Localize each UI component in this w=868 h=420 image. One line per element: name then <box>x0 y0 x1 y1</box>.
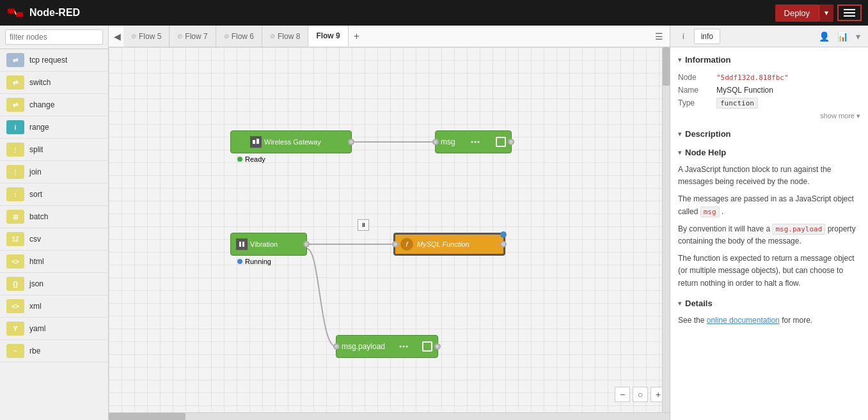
sidebar-item-batch[interactable]: ⊞ batch <box>0 206 108 228</box>
inline-code-payload: msg.payload <box>772 224 825 235</box>
node-help-section-header[interactable]: ▾ Node Help <box>678 148 860 157</box>
node-label-batch: batch <box>29 212 48 221</box>
panel-tab-info[interactable]: info <box>694 29 720 44</box>
panel-chevron-icon[interactable]: ▾ <box>853 30 863 43</box>
node-icon-tcp request: ⇄ <box>6 53 24 67</box>
node-label-csv: csv <box>29 235 41 244</box>
msg-payload-node[interactable]: msg.payload <box>336 335 438 358</box>
details-section-header[interactable]: ▾ Details <box>678 299 860 308</box>
type-value: function <box>716 98 758 109</box>
svg-point-7 <box>478 141 480 143</box>
deploy-dropdown-button[interactable]: ▾ <box>819 4 833 22</box>
mysql-function-node[interactable]: f MySQL Function <box>393 233 505 256</box>
wireless-gateway-node[interactable]: ⏸ Wireless Gateway Ready <box>230 130 352 153</box>
msg-node[interactable]: msg <box>435 130 512 153</box>
search-input[interactable] <box>5 29 103 45</box>
mysql-input-port[interactable] <box>392 241 398 247</box>
node-icon-rbe: ~ <box>6 344 24 358</box>
node-label-yaml: yaml <box>29 324 45 333</box>
wireless-gateway-label: Wireless Gateway <box>264 138 346 146</box>
msg-payload-toggle[interactable] <box>422 341 432 352</box>
canvas-vscroll-thumb <box>663 47 670 86</box>
node-id-value[interactable]: "5ddf132d.818fbc" <box>716 74 789 82</box>
sidebar-item-switch[interactable]: ⇄ switch <box>0 72 108 94</box>
sidebar-item-rbe[interactable]: ~ rbe <box>0 340 108 362</box>
panel-content: ▾ Information Node "5ddf132d.818fbc" Nam… <box>670 47 868 420</box>
sidebar-item-range[interactable]: i range <box>0 116 108 139</box>
chevron-icon: ▾ <box>678 56 681 63</box>
mysql-output-port[interactable] <box>500 241 507 247</box>
sidebar-item-join[interactable]: ⋮ join <box>0 161 108 183</box>
tab-menu-button[interactable]: ☰ <box>651 31 667 42</box>
tab-flow8[interactable]: ⊘ Flow 8 <box>262 26 308 47</box>
deploy-button[interactable]: Deploy <box>775 4 819 22</box>
node-icon-html: <> <box>6 254 24 268</box>
svg-rect-4 <box>256 139 259 144</box>
canvas-horizontal-scrollbar[interactable] <box>109 412 670 420</box>
show-more-link[interactable]: show more ▾ <box>678 112 860 120</box>
information-section-header[interactable]: ▾ Information <box>678 55 860 65</box>
svg-rect-8 <box>239 242 241 247</box>
main-layout: ⇄ tcp request ⇄ switch ⇄ change i range … <box>0 26 868 420</box>
main-menu-button[interactable] <box>837 4 862 21</box>
msg-output-port[interactable] <box>508 139 514 145</box>
chevron-icon: ▾ <box>678 149 681 156</box>
sidebar-item-change[interactable]: ⇄ change <box>0 94 108 116</box>
mysql-function-label: MySQL Function <box>417 240 470 248</box>
search-container <box>0 26 108 49</box>
panel-person-icon[interactable]: 👤 <box>816 30 832 43</box>
vibration-label: Vibration <box>250 240 301 248</box>
msg-payload-output-port[interactable] <box>434 343 441 350</box>
zoom-reset-button[interactable]: ○ <box>633 387 648 402</box>
sidebar-item-html[interactable]: <> html <box>0 251 108 273</box>
sidebar-item-tcp-request[interactable]: ⇄ tcp request <box>0 49 108 72</box>
pause-button[interactable]: ⏸ <box>358 219 369 231</box>
vibration-output-port[interactable] <box>303 241 310 247</box>
node-label-json: json <box>29 279 43 288</box>
svg-line-2 <box>15 11 16 15</box>
node-inner: msg <box>436 137 511 147</box>
msg-input-port[interactable] <box>432 139 439 145</box>
node-icon-json: {} <box>6 277 24 291</box>
msg-output-toggle[interactable] <box>496 137 506 147</box>
online-docs-link[interactable]: online documentation <box>707 316 780 325</box>
description-section-header[interactable]: ▾ Description <box>678 129 860 139</box>
zoom-out-button[interactable]: − <box>615 387 630 402</box>
canvas-hscroll-thumb <box>109 413 185 420</box>
node-label-html: html <box>29 257 44 266</box>
tab-flow9[interactable]: Flow 9 <box>308 26 348 47</box>
app-header: Node-RED Deploy ▾ <box>0 0 868 26</box>
node-inner: Vibration <box>231 238 306 250</box>
sidebar-item-sort[interactable]: ↕ sort <box>0 183 108 206</box>
wireless-gateway-output-port[interactable] <box>348 139 354 145</box>
flow-canvas[interactable]: ⏸ Wireless Gateway Ready <box>109 47 670 412</box>
msg-payload-label: msg.payload <box>342 342 385 351</box>
node-label-split: split <box>29 145 43 154</box>
tab-add-button[interactable]: + <box>349 31 365 42</box>
sidebar-item-split[interactable]: ⋮ split <box>0 139 108 161</box>
canvas-vertical-scrollbar[interactable] <box>662 47 670 412</box>
name-value: MySQL Function <box>716 84 860 97</box>
sidebar-item-csv[interactable]: 12 csv <box>0 228 108 251</box>
tab-scroll-left[interactable]: ◀ <box>111 31 123 42</box>
node-icon-split: ⋮ <box>6 143 24 157</box>
information-table: Node "5ddf132d.818fbc" Name MySQL Functi… <box>678 71 860 109</box>
msg-label: msg <box>441 137 455 146</box>
tab-flow5[interactable]: ⊘ Flow 5 <box>123 26 170 47</box>
status-indicator <box>237 259 242 264</box>
msg-payload-input-port[interactable] <box>333 343 340 350</box>
tab-flow6[interactable]: ⊘ Flow 6 <box>216 26 262 47</box>
tab-close-icon: ⊘ <box>224 33 229 40</box>
info-row-name: Name MySQL Function <box>678 84 860 97</box>
panel-chart-icon[interactable]: 📊 <box>835 30 851 43</box>
function-icon: f <box>400 238 413 251</box>
help-para-1: A JavaScript function block to run again… <box>678 164 860 188</box>
sidebar-item-yaml[interactable]: Y yaml <box>0 318 108 340</box>
description-section: ▾ Description <box>678 129 860 139</box>
sidebar-item-xml[interactable]: <> xml <box>0 295 108 318</box>
tab-flow7[interactable]: ⊘ Flow 7 <box>170 26 216 47</box>
vibration-node[interactable]: Vibration Running <box>230 233 307 256</box>
menu-line-3 <box>844 15 855 17</box>
panel-tab-icon[interactable]: i <box>675 29 691 44</box>
sidebar-item-json[interactable]: {} json <box>0 273 108 295</box>
